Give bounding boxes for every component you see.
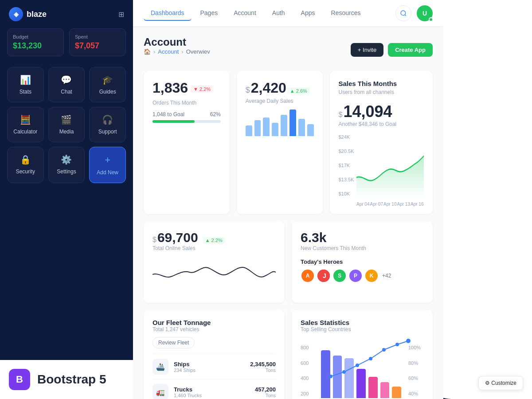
spent-label: Spent bbox=[75, 34, 120, 39]
fleet-sub: Total 1,247 vehicles bbox=[153, 326, 276, 332]
tab-auth[interactable]: Auth bbox=[265, 6, 292, 21]
ships-name: Ships bbox=[174, 361, 245, 368]
sidebar-item-settings[interactable]: ⚙️ Settings bbox=[48, 147, 85, 183]
top-nav-right: U bbox=[395, 5, 433, 21]
sidebar-item-guides[interactable]: 🎓 Guides bbox=[89, 67, 126, 102]
guides-label: Guides bbox=[99, 89, 116, 95]
budget-card: Budget $13,230 bbox=[7, 28, 64, 56]
invite-button[interactable]: + Invite bbox=[351, 43, 383, 57]
media-label: Media bbox=[59, 129, 74, 135]
bar-8 bbox=[307, 124, 314, 136]
sales-prefix: $ bbox=[339, 111, 343, 119]
new-customers-card: 6.3k New Customers This Month Today's He… bbox=[292, 221, 433, 303]
trucks-name: Trucks bbox=[174, 386, 250, 393]
breadcrumb-account[interactable]: Account bbox=[158, 48, 179, 55]
daily-prefix: $ bbox=[246, 86, 250, 95]
bar-6 bbox=[289, 110, 296, 136]
orders-progress: 1,048 to Goal 62% bbox=[153, 111, 221, 123]
customers-value: 6.3k bbox=[301, 230, 424, 245]
review-fleet-button[interactable]: Review Fleet bbox=[153, 337, 195, 348]
sidebar-item-stats[interactable]: 📊 Stats bbox=[7, 67, 44, 102]
fleet-card: Our Fleet Tonnage Total 1,247 vehicles R… bbox=[144, 310, 285, 399]
ships-icon: 🚢 bbox=[153, 359, 168, 375]
user-avatar[interactable]: U bbox=[417, 5, 433, 21]
stats-label: Stats bbox=[20, 89, 31, 95]
fleet-title: Our Fleet Tonnage bbox=[153, 319, 276, 326]
bar-3 bbox=[263, 117, 270, 136]
hero-2: J bbox=[317, 269, 331, 283]
sales-stats-chart: 800 600 400 200 bbox=[301, 336, 424, 398]
sidebar-item-add-new[interactable]: + Add New bbox=[89, 147, 126, 183]
heroes-avatars: A J S P K +42 bbox=[301, 269, 424, 283]
nav-grid: 📊 Stats 💬 Chat 🎓 Guides 🧮 Calculator 🎬 M… bbox=[0, 63, 133, 187]
add-new-icon: + bbox=[105, 154, 110, 166]
stats-bar-1 bbox=[321, 350, 330, 398]
daily-bar-chart bbox=[246, 110, 314, 136]
nav-tabs: Dashboards Pages Account Auth Apps Resou… bbox=[144, 6, 368, 21]
tab-account[interactable]: Account bbox=[227, 6, 263, 21]
spent-value: $7,057 bbox=[75, 41, 120, 51]
hero-3: S bbox=[332, 269, 347, 283]
heroes-section: Today's Heroes A J S P K +42 bbox=[301, 258, 424, 283]
sidebar-item-security[interactable]: 🔒 Security bbox=[7, 147, 44, 183]
fleet-row-trucks: 🚛 Trucks 1,460 Trucks 457,200 Tons bbox=[153, 379, 276, 399]
tab-pages[interactable]: Pages bbox=[193, 6, 225, 21]
logo-text: blaze bbox=[27, 10, 47, 19]
page-title-section: Account 🏠 › Account › Overwiev bbox=[144, 36, 210, 64]
svg-text:J: J bbox=[323, 272, 326, 279]
orders-label: Orders This Month bbox=[153, 100, 221, 106]
page-content: Account 🏠 › Account › Overwiev + Invite … bbox=[133, 27, 443, 399]
online-label: Total Online Sales bbox=[153, 245, 276, 251]
tab-resources[interactable]: Resources bbox=[324, 6, 368, 21]
stats-bar-7 bbox=[392, 387, 401, 398]
daily-label: Average Daily Sales bbox=[246, 98, 314, 104]
page-actions: + Invite Create App bbox=[351, 43, 433, 57]
stats-bar-6 bbox=[380, 382, 390, 398]
bootstrap-icon: B bbox=[9, 369, 30, 390]
fleet-row-ships: 🚢 Ships 234 Ships 2,345,500 Tons bbox=[153, 354, 276, 379]
sales-sub: Users from all channels bbox=[339, 89, 424, 95]
stats-bar-4 bbox=[356, 369, 366, 398]
sales-month-card: Sales This Months Users from all channel… bbox=[330, 71, 433, 214]
budget-value: $13,230 bbox=[13, 41, 58, 51]
hero-1: A bbox=[301, 269, 315, 283]
sales-amount: 14,094 bbox=[343, 102, 392, 121]
bar-7 bbox=[298, 119, 305, 136]
ships-value: 2,345,500 bbox=[250, 361, 276, 368]
stats-bar-2 bbox=[333, 356, 342, 398]
heroes-title: Today's Heroes bbox=[301, 258, 424, 265]
sales-stats-sub: Top Selling Countries bbox=[301, 326, 424, 332]
support-icon: 🎧 bbox=[102, 114, 113, 125]
sidebar-item-media[interactable]: 🎬 Media bbox=[48, 107, 85, 142]
hero-5: K bbox=[364, 269, 379, 283]
bootstrap-badge: B Bootstrap 5 bbox=[0, 360, 133, 399]
tab-apps[interactable]: Apps bbox=[294, 6, 322, 21]
guides-icon: 🎓 bbox=[102, 74, 113, 85]
sidebar-item-calculator[interactable]: 🧮 Calculator bbox=[7, 107, 44, 142]
progress-label: 1,048 to Goal bbox=[153, 111, 184, 117]
bar-2 bbox=[254, 120, 261, 136]
stats-bar-5 bbox=[368, 377, 378, 398]
create-app-button[interactable]: Create App bbox=[388, 43, 433, 57]
menu-icon[interactable]: ⊞ bbox=[118, 10, 124, 19]
trucks-icon: 🚛 bbox=[153, 384, 168, 399]
home-icon: 🏠 bbox=[144, 48, 151, 55]
sidebar-item-support[interactable]: 🎧 Support bbox=[89, 107, 126, 142]
progress-bar-bg bbox=[153, 120, 221, 123]
search-button[interactable] bbox=[395, 5, 411, 21]
online-value: 69,700 bbox=[157, 230, 198, 245]
heroes-count: +42 bbox=[382, 273, 391, 279]
stats-bar-3 bbox=[344, 358, 354, 398]
media-icon: 🎬 bbox=[61, 114, 72, 125]
sidebar-item-chat[interactable]: 💬 Chat bbox=[48, 67, 85, 102]
calculator-label: Calculator bbox=[13, 129, 37, 135]
hero-4: P bbox=[348, 269, 363, 283]
customers-label: New Customers This Month bbox=[301, 245, 424, 251]
budget-cards: Budget $13,230 Spent $7,057 bbox=[0, 28, 133, 63]
stats-grid-row2: $ 69,700 ▲ 2.2% Total Online Sales 6.3k … bbox=[144, 221, 433, 303]
sales-statistics-card: Sales Statistics Top Selling Countries 8… bbox=[292, 310, 433, 399]
bar-5 bbox=[281, 115, 287, 136]
tab-dashboards[interactable]: Dashboards bbox=[144, 6, 192, 21]
sales-stats-title: Sales Statistics bbox=[301, 319, 424, 326]
customize-button[interactable]: ⚙ Customize bbox=[478, 376, 523, 390]
